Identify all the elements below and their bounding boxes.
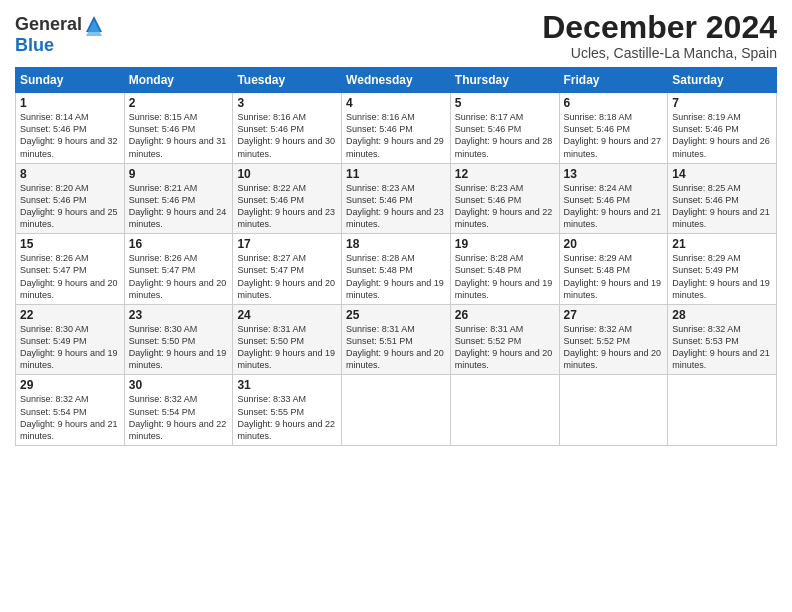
day-info: Sunrise: 8:32 AMSunset: 5:54 PMDaylight:… — [129, 394, 227, 440]
day-number: 12 — [455, 167, 555, 181]
table-row: 20 Sunrise: 8:29 AMSunset: 5:48 PMDaylig… — [559, 234, 668, 305]
day-number: 31 — [237, 378, 337, 392]
day-info: Sunrise: 8:30 AMSunset: 5:50 PMDaylight:… — [129, 324, 227, 370]
day-info: Sunrise: 8:25 AMSunset: 5:46 PMDaylight:… — [672, 183, 770, 229]
logo-general-text: General — [15, 15, 82, 35]
day-number: 25 — [346, 308, 446, 322]
table-row: 29 Sunrise: 8:32 AMSunset: 5:54 PMDaylig… — [16, 375, 125, 446]
calendar-week-row: 8 Sunrise: 8:20 AMSunset: 5:46 PMDayligh… — [16, 163, 777, 234]
calendar-week-row: 1 Sunrise: 8:14 AMSunset: 5:46 PMDayligh… — [16, 93, 777, 164]
day-info: Sunrise: 8:19 AMSunset: 5:46 PMDaylight:… — [672, 112, 770, 158]
table-row: 8 Sunrise: 8:20 AMSunset: 5:46 PMDayligh… — [16, 163, 125, 234]
col-tuesday: Tuesday — [233, 68, 342, 93]
day-number: 28 — [672, 308, 772, 322]
table-row: 13 Sunrise: 8:24 AMSunset: 5:46 PMDaylig… — [559, 163, 668, 234]
table-row: 15 Sunrise: 8:26 AMSunset: 5:47 PMDaylig… — [16, 234, 125, 305]
day-info: Sunrise: 8:29 AMSunset: 5:49 PMDaylight:… — [672, 253, 770, 299]
calendar-header-row: Sunday Monday Tuesday Wednesday Thursday… — [16, 68, 777, 93]
table-row: 23 Sunrise: 8:30 AMSunset: 5:50 PMDaylig… — [124, 304, 233, 375]
table-row: 9 Sunrise: 8:21 AMSunset: 5:46 PMDayligh… — [124, 163, 233, 234]
day-number: 8 — [20, 167, 120, 181]
title-area: December 2024 Ucles, Castille-La Mancha,… — [542, 10, 777, 61]
table-row: 18 Sunrise: 8:28 AMSunset: 5:48 PMDaylig… — [342, 234, 451, 305]
table-row: 14 Sunrise: 8:25 AMSunset: 5:46 PMDaylig… — [668, 163, 777, 234]
logo-blue-text: Blue — [15, 35, 54, 55]
col-friday: Friday — [559, 68, 668, 93]
calendar-week-row: 15 Sunrise: 8:26 AMSunset: 5:47 PMDaylig… — [16, 234, 777, 305]
col-monday: Monday — [124, 68, 233, 93]
day-info: Sunrise: 8:31 AMSunset: 5:50 PMDaylight:… — [237, 324, 335, 370]
day-info: Sunrise: 8:27 AMSunset: 5:47 PMDaylight:… — [237, 253, 335, 299]
table-row: 12 Sunrise: 8:23 AMSunset: 5:46 PMDaylig… — [450, 163, 559, 234]
day-info: Sunrise: 8:26 AMSunset: 5:47 PMDaylight:… — [20, 253, 118, 299]
table-row: 25 Sunrise: 8:31 AMSunset: 5:51 PMDaylig… — [342, 304, 451, 375]
day-number: 13 — [564, 167, 664, 181]
table-row: 19 Sunrise: 8:28 AMSunset: 5:48 PMDaylig… — [450, 234, 559, 305]
subtitle: Ucles, Castille-La Mancha, Spain — [542, 45, 777, 61]
day-number: 30 — [129, 378, 229, 392]
table-row — [559, 375, 668, 446]
day-number: 16 — [129, 237, 229, 251]
day-info: Sunrise: 8:29 AMSunset: 5:48 PMDaylight:… — [564, 253, 662, 299]
day-number: 18 — [346, 237, 446, 251]
table-row: 26 Sunrise: 8:31 AMSunset: 5:52 PMDaylig… — [450, 304, 559, 375]
day-info: Sunrise: 8:16 AMSunset: 5:46 PMDaylight:… — [346, 112, 444, 158]
col-thursday: Thursday — [450, 68, 559, 93]
calendar: Sunday Monday Tuesday Wednesday Thursday… — [15, 67, 777, 446]
logo-icon — [84, 14, 104, 36]
table-row: 11 Sunrise: 8:23 AMSunset: 5:46 PMDaylig… — [342, 163, 451, 234]
col-wednesday: Wednesday — [342, 68, 451, 93]
table-row: 4 Sunrise: 8:16 AMSunset: 5:46 PMDayligh… — [342, 93, 451, 164]
table-row: 7 Sunrise: 8:19 AMSunset: 5:46 PMDayligh… — [668, 93, 777, 164]
table-row — [450, 375, 559, 446]
day-number: 3 — [237, 96, 337, 110]
day-number: 10 — [237, 167, 337, 181]
logo: General Blue — [15, 14, 104, 56]
table-row: 30 Sunrise: 8:32 AMSunset: 5:54 PMDaylig… — [124, 375, 233, 446]
day-number: 1 — [20, 96, 120, 110]
day-info: Sunrise: 8:14 AMSunset: 5:46 PMDaylight:… — [20, 112, 118, 158]
day-info: Sunrise: 8:26 AMSunset: 5:47 PMDaylight:… — [129, 253, 227, 299]
day-info: Sunrise: 8:28 AMSunset: 5:48 PMDaylight:… — [455, 253, 553, 299]
day-info: Sunrise: 8:31 AMSunset: 5:52 PMDaylight:… — [455, 324, 553, 370]
day-number: 11 — [346, 167, 446, 181]
table-row: 10 Sunrise: 8:22 AMSunset: 5:46 PMDaylig… — [233, 163, 342, 234]
day-info: Sunrise: 8:24 AMSunset: 5:46 PMDaylight:… — [564, 183, 662, 229]
day-info: Sunrise: 8:23 AMSunset: 5:46 PMDaylight:… — [455, 183, 553, 229]
table-row: 31 Sunrise: 8:33 AMSunset: 5:55 PMDaylig… — [233, 375, 342, 446]
calendar-week-row: 22 Sunrise: 8:30 AMSunset: 5:49 PMDaylig… — [16, 304, 777, 375]
table-row: 27 Sunrise: 8:32 AMSunset: 5:52 PMDaylig… — [559, 304, 668, 375]
header: General Blue December 2024 Ucles, Castil… — [15, 10, 777, 61]
day-number: 23 — [129, 308, 229, 322]
table-row: 28 Sunrise: 8:32 AMSunset: 5:53 PMDaylig… — [668, 304, 777, 375]
day-info: Sunrise: 8:15 AMSunset: 5:46 PMDaylight:… — [129, 112, 227, 158]
day-number: 20 — [564, 237, 664, 251]
table-row: 6 Sunrise: 8:18 AMSunset: 5:46 PMDayligh… — [559, 93, 668, 164]
day-number: 29 — [20, 378, 120, 392]
day-number: 19 — [455, 237, 555, 251]
table-row — [342, 375, 451, 446]
day-number: 6 — [564, 96, 664, 110]
day-info: Sunrise: 8:20 AMSunset: 5:46 PMDaylight:… — [20, 183, 118, 229]
day-info: Sunrise: 8:28 AMSunset: 5:48 PMDaylight:… — [346, 253, 444, 299]
day-number: 21 — [672, 237, 772, 251]
day-info: Sunrise: 8:23 AMSunset: 5:46 PMDaylight:… — [346, 183, 444, 229]
table-row: 2 Sunrise: 8:15 AMSunset: 5:46 PMDayligh… — [124, 93, 233, 164]
table-row: 5 Sunrise: 8:17 AMSunset: 5:46 PMDayligh… — [450, 93, 559, 164]
day-number: 27 — [564, 308, 664, 322]
table-row: 3 Sunrise: 8:16 AMSunset: 5:46 PMDayligh… — [233, 93, 342, 164]
table-row: 22 Sunrise: 8:30 AMSunset: 5:49 PMDaylig… — [16, 304, 125, 375]
table-row: 16 Sunrise: 8:26 AMSunset: 5:47 PMDaylig… — [124, 234, 233, 305]
day-info: Sunrise: 8:30 AMSunset: 5:49 PMDaylight:… — [20, 324, 118, 370]
day-info: Sunrise: 8:32 AMSunset: 5:52 PMDaylight:… — [564, 324, 662, 370]
table-row: 1 Sunrise: 8:14 AMSunset: 5:46 PMDayligh… — [16, 93, 125, 164]
day-number: 17 — [237, 237, 337, 251]
calendar-week-row: 29 Sunrise: 8:32 AMSunset: 5:54 PMDaylig… — [16, 375, 777, 446]
day-number: 26 — [455, 308, 555, 322]
day-number: 15 — [20, 237, 120, 251]
day-info: Sunrise: 8:33 AMSunset: 5:55 PMDaylight:… — [237, 394, 335, 440]
page: General Blue December 2024 Ucles, Castil… — [0, 0, 792, 612]
day-info: Sunrise: 8:17 AMSunset: 5:46 PMDaylight:… — [455, 112, 553, 158]
day-number: 2 — [129, 96, 229, 110]
day-number: 5 — [455, 96, 555, 110]
